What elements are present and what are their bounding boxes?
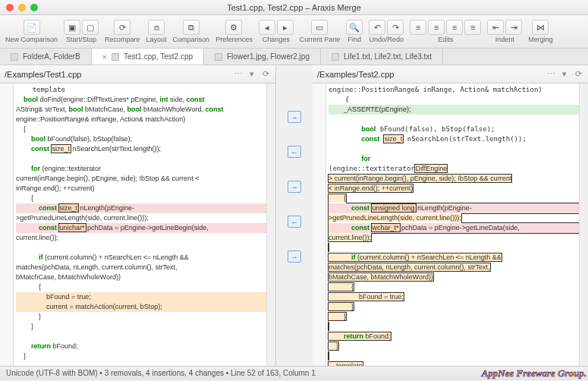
- merge-right-button[interactable]: →: [288, 250, 301, 263]
- merge-left-button[interactable]: ←: [288, 146, 301, 158]
- status-text: Unicode (UTF-8 with BOM) • 3 removals, 4…: [6, 369, 316, 377]
- folder-icon: [11, 53, 18, 61]
- tb-label: Current Pane: [300, 36, 341, 43]
- tab-label: Test1.cpp, Test2.cpp: [124, 52, 193, 61]
- right-pane-header: /Examples/Test2.cpp ⋯ ▾ ⟳: [313, 65, 588, 83]
- left-scrollbar[interactable]: [266, 83, 275, 366]
- tab-life[interactable]: Life1.txt, Life2.txt, Life3.txt: [321, 49, 443, 65]
- current-pane-button[interactable]: ▭: [311, 20, 328, 35]
- left-code[interactable]: template bool doFind(engine::DiffTextLin…: [14, 83, 266, 366]
- changes-prev-button[interactable]: ◂: [259, 20, 275, 35]
- merging-button[interactable]: ⋈: [532, 20, 549, 35]
- tb-label: Merging: [528, 36, 553, 43]
- refresh-icon[interactable]: ⟳: [573, 69, 583, 80]
- undo-button[interactable]: ↶: [369, 20, 385, 35]
- tab-bar: FolderA, FolderB ×Test1.cpp, Test2.cpp F…: [0, 49, 588, 65]
- left-ruler: [0, 83, 14, 366]
- right-code[interactable]: engine::PositionRange& inRange, Action& …: [326, 83, 579, 366]
- tb-label: Edits: [438, 36, 453, 43]
- tb-label: Undo/Redo: [369, 36, 404, 43]
- window-title: Test1.cpp, Test2.cpp – Araxis Merge: [0, 3, 588, 12]
- edit3-button[interactable]: ≡: [446, 20, 463, 35]
- image-icon: [215, 53, 222, 61]
- tab-folders[interactable]: FolderA, FolderB: [0, 49, 92, 65]
- indent-right-button[interactable]: ⇥: [505, 20, 522, 35]
- left-path: /Examples/Test1.cpp: [5, 70, 82, 79]
- tb-label: Layout: [146, 36, 167, 43]
- tab-label: FolderA, FolderB: [23, 52, 80, 61]
- right-ruler: [313, 83, 326, 366]
- find-button[interactable]: 🔍: [346, 20, 363, 35]
- status-bar: Unicode (UTF-8 with BOM) • 3 removals, 4…: [0, 366, 588, 379]
- tb-label: Find: [347, 36, 361, 43]
- refresh-icon[interactable]: ⟳: [260, 69, 271, 80]
- recompare-button[interactable]: ⟳: [114, 20, 130, 35]
- new-comparison-button[interactable]: 📄: [24, 20, 40, 35]
- right-path: /Examples/Test2.cpp: [317, 70, 395, 79]
- titlebar: Test1.cpp, Test2.cpp – Araxis Merge: [0, 0, 588, 15]
- tab-label: Life1.txt, Life2.txt, Life3.txt: [344, 52, 432, 61]
- merge-right-button[interactable]: →: [288, 111, 301, 123]
- center-gutter: → ← → ← →: [276, 65, 313, 366]
- preferences-button[interactable]: ⚙: [225, 20, 242, 35]
- workspace: /Examples/Test1.cpp ⋯ ▾ ⟳ template bool …: [0, 65, 588, 366]
- tb-label: Recompare: [105, 36, 140, 43]
- tb-label: Preferences: [215, 36, 253, 43]
- merge-right-button[interactable]: →: [288, 181, 301, 193]
- edit1-button[interactable]: ≡: [410, 20, 426, 35]
- chevron-down-icon[interactable]: ▾: [559, 69, 570, 80]
- tab-label: Flower1.jpg, Flower2.jpg: [227, 52, 310, 61]
- file-icon: [332, 53, 339, 61]
- tb-label: Start/Stop: [66, 36, 96, 43]
- indent-left-button[interactable]: ⇤: [487, 20, 504, 35]
- tb-label: New Comparison: [5, 36, 58, 43]
- tb-label: Indent: [495, 36, 514, 43]
- more-icon[interactable]: ⋯: [546, 69, 556, 80]
- merge-left-button[interactable]: ←: [288, 216, 301, 228]
- left-pane: /Examples/Test1.cpp ⋯ ▾ ⟳ template bool …: [0, 65, 276, 366]
- left-code-area: template bool doFind(engine::DiffTextLin…: [0, 83, 275, 366]
- layout-button[interactable]: ⧈: [148, 20, 165, 35]
- right-code-area: engine::PositionRange& inRange, Action& …: [313, 83, 588, 366]
- more-icon[interactable]: ⋯: [233, 69, 244, 80]
- chevron-down-icon[interactable]: ▾: [247, 69, 257, 80]
- left-pane-header: /Examples/Test1.cpp ⋯ ▾ ⟳: [0, 65, 275, 83]
- tab-tests[interactable]: ×Test1.cpp, Test2.cpp: [92, 49, 204, 65]
- stop-button[interactable]: ▢: [82, 20, 99, 35]
- redo-button[interactable]: ↷: [387, 20, 404, 35]
- tb-label: Comparison: [173, 36, 210, 43]
- tab-flowers[interactable]: Flower1.jpg, Flower2.jpg: [204, 49, 321, 65]
- start-button[interactable]: ▣: [64, 20, 80, 35]
- edit4-button[interactable]: ≡: [464, 20, 481, 35]
- right-scrollbar[interactable]: [579, 83, 588, 366]
- right-pane: /Examples/Test2.cpp ⋯ ▾ ⟳ engine::Positi…: [313, 65, 588, 366]
- edit2-button[interactable]: ≡: [428, 20, 445, 35]
- changes-next-button[interactable]: ▸: [277, 20, 294, 35]
- comparison-button[interactable]: ⧉: [183, 20, 200, 35]
- close-tab-icon[interactable]: ×: [102, 52, 107, 61]
- tb-label: Changes: [263, 36, 290, 43]
- file-icon: [112, 53, 119, 61]
- toolbar: 📄New Comparison ▣▢Start/Stop ⟳Recompare …: [0, 15, 588, 49]
